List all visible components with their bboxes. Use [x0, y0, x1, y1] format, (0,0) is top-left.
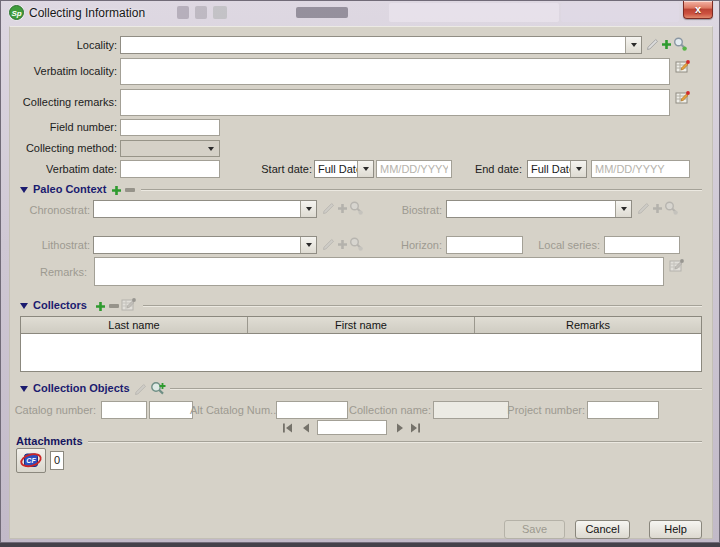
remove-minus-icon[interactable]: [109, 304, 119, 309]
collectors-section-title: Collectors: [33, 299, 87, 311]
add-plus-icon: [652, 203, 663, 214]
start-date-format-combobox[interactable]: Full Date: [314, 160, 374, 178]
search-icon[interactable]: [673, 37, 688, 52]
background-window-ghost-label: [296, 7, 348, 18]
biostrat-combobox[interactable]: [446, 200, 632, 218]
add-plus-icon[interactable]: [95, 301, 106, 312]
background-window-ghost-icon: [177, 6, 189, 19]
cancel-button[interactable]: Cancel: [575, 520, 630, 539]
end-date-input[interactable]: [591, 160, 690, 178]
local-series-input[interactable]: [604, 236, 680, 254]
open-editor-icon: [121, 297, 136, 312]
paleo-remarks-textarea[interactable]: [94, 257, 664, 286]
lithostrat-combobox[interactable]: [93, 236, 317, 254]
local-series-label: Local series:: [490, 239, 600, 251]
section-divider: [141, 189, 702, 191]
verbatim-locality-label: Verbatim locality:: [10, 65, 117, 77]
chevron-down-icon[interactable]: [300, 237, 316, 253]
collectors-table-header: Last name First name Remarks: [21, 317, 701, 334]
collecting-information-dialog: Sp Collecting Information x Locality:: [0, 0, 720, 543]
field-number-label: Field number:: [10, 121, 117, 133]
attachments-section-title: Attachments: [16, 435, 83, 447]
attachments-button[interactable]: CF: [16, 448, 46, 473]
close-button[interactable]: x: [683, 1, 713, 19]
chevron-down-icon[interactable]: [203, 141, 219, 156]
collection-objects-section-title: Collection Objects: [33, 382, 130, 394]
search-add-icon[interactable]: [150, 381, 166, 397]
chronostrat-label: Chronostrat:: [10, 204, 90, 216]
record-position-input[interactable]: [317, 420, 387, 435]
collecting-method-label: Collecting method:: [10, 142, 117, 154]
locality-combobox[interactable]: [120, 36, 642, 54]
horizon-label: Horizon:: [362, 239, 442, 251]
chevron-down-icon[interactable]: [357, 161, 373, 177]
edit-pencil-icon: [322, 202, 335, 215]
column-header-remarks[interactable]: Remarks: [475, 317, 701, 333]
collectors-table-body[interactable]: [21, 334, 701, 371]
field-number-input[interactable]: [120, 119, 220, 136]
end-date-format-value: Full Date: [528, 161, 570, 177]
previous-record-icon[interactable]: [302, 423, 310, 433]
remove-minus-icon[interactable]: [125, 188, 135, 193]
start-date-format-value: Full Date: [315, 161, 357, 177]
catalog-number-prefix-input[interactable]: [101, 401, 147, 419]
catalog-number-label: Catalog number:: [10, 404, 96, 416]
chronostrat-combobox[interactable]: [93, 200, 317, 218]
verbatim-locality-textarea[interactable]: [120, 58, 670, 85]
add-plus-icon[interactable]: [661, 39, 672, 50]
project-number-input[interactable]: [587, 401, 659, 419]
open-editor-icon[interactable]: [675, 59, 690, 74]
add-plus-icon[interactable]: [111, 185, 122, 196]
open-editor-icon[interactable]: [675, 90, 690, 105]
collapse-triangle-icon[interactable]: [20, 187, 28, 193]
collapse-triangle-icon[interactable]: [20, 386, 28, 392]
save-button: Save: [504, 520, 565, 539]
help-button[interactable]: Help: [649, 520, 702, 539]
chevron-down-icon[interactable]: [570, 161, 586, 177]
alt-catalog-number-input[interactable]: [276, 401, 348, 419]
close-icon: x: [695, 3, 701, 15]
background-window-ghost-icon: [195, 6, 207, 19]
svg-text:Sp: Sp: [11, 9, 21, 18]
last-record-icon[interactable]: [410, 423, 421, 433]
section-divider: [170, 388, 702, 390]
collectors-table[interactable]: Last name First name Remarks: [20, 316, 702, 372]
titlebar[interactable]: Sp Collecting Information x: [1, 1, 719, 26]
collecting-remarks-textarea[interactable]: [120, 89, 670, 116]
dialog-content: Locality: Verbatim locality: Collecting …: [9, 26, 713, 539]
section-divider: [88, 441, 702, 443]
catalog-number-input[interactable]: [149, 401, 193, 419]
edit-pencil-icon: [637, 202, 650, 215]
paleo-remarks-label: Remarks:: [10, 266, 87, 278]
background-window-ghost-panel: [561, 3, 679, 22]
lithostrat-value: [94, 237, 300, 253]
background-window-ghost-panel: [389, 3, 559, 22]
start-date-label: Start date:: [220, 163, 312, 175]
collecting-method-combobox[interactable]: [120, 140, 220, 157]
end-date-format-combobox[interactable]: Full Date: [527, 160, 587, 178]
collecting-method-value: [121, 141, 203, 156]
biostrat-value: [447, 201, 615, 217]
lithostrat-label: Lithostrat:: [10, 239, 90, 251]
collection-name-label: Collection name:: [348, 404, 431, 416]
add-plus-icon: [337, 239, 348, 250]
screen: Sp Collecting Information x Locality:: [0, 0, 720, 547]
locality-label: Locality:: [10, 39, 117, 51]
biostrat-label: Biostrat:: [362, 204, 442, 216]
column-header-last-name[interactable]: Last name: [21, 317, 248, 333]
collapse-triangle-icon[interactable]: [20, 303, 28, 309]
next-record-icon[interactable]: [396, 423, 404, 433]
chevron-down-icon[interactable]: [625, 37, 641, 53]
end-date-label: End date:: [434, 163, 522, 175]
verbatim-date-label: Verbatim date:: [10, 163, 117, 175]
verbatim-date-input[interactable]: [120, 160, 220, 178]
project-number-label: Project number:: [503, 404, 585, 416]
column-header-first-name[interactable]: First name: [248, 317, 475, 333]
edit-pencil-icon[interactable]: [646, 38, 659, 51]
first-record-icon[interactable]: [282, 423, 293, 433]
attachment-thumbnail-icon: CF: [19, 451, 43, 470]
chevron-down-icon[interactable]: [615, 201, 631, 217]
search-icon: [664, 201, 679, 216]
alt-catalog-number-label: Alt Catalog Num...: [190, 404, 274, 416]
chevron-down-icon[interactable]: [300, 201, 316, 217]
